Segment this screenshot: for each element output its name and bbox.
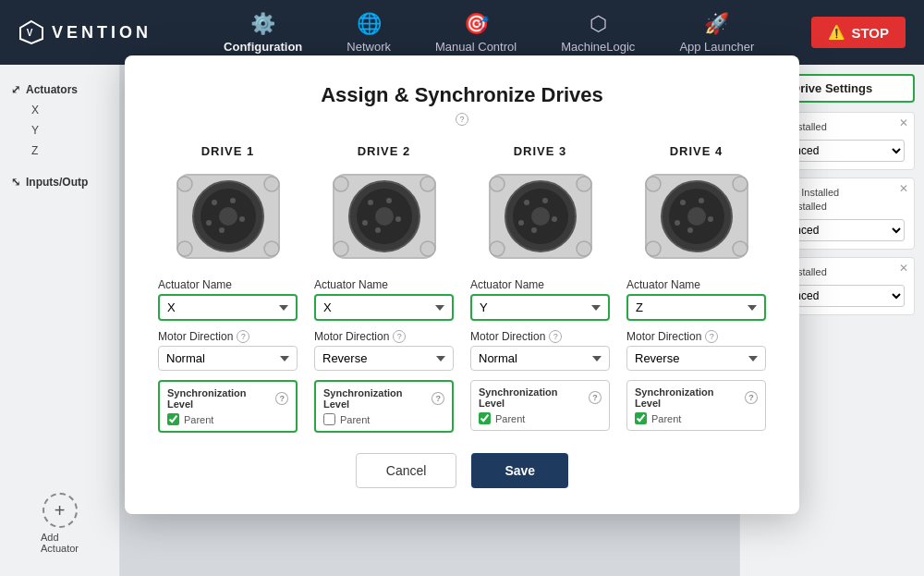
logic-icon: ⬡ [590, 12, 607, 36]
drive-4-motor-label: Motor Direction ? [626, 330, 718, 343]
svg-point-35 [577, 241, 591, 256]
drive-1-motor-select[interactable]: Normal Reverse [158, 346, 298, 371]
cancel-button[interactable]: Cancel [356, 453, 457, 488]
drive-2-sync-checkbox[interactable] [323, 413, 335, 425]
add-actuator-icon: + [43, 493, 78, 528]
drive-1-label: DRIVE 1 [158, 144, 298, 158]
modal-title: Assign & Synchronize Drives [158, 83, 766, 107]
drive-1-sync-parent-row: Parent [167, 413, 288, 425]
drive-1-motor-help[interactable]: ? [237, 330, 249, 343]
svg-point-34 [490, 241, 505, 256]
drive-1-motor-label: Motor Direction ? [158, 330, 249, 343]
drive-2-motor-image [324, 165, 444, 267]
drive-4-sync-parent-label: Parent [651, 413, 681, 424]
drive-4-sync-label: Synchronization Level ? [635, 386, 758, 409]
drive-1-motor-image [168, 165, 288, 267]
drive-3-label: DRIVE 3 [470, 144, 610, 158]
close-card-1-button[interactable]: ✕ [899, 116, 908, 129]
modal-help: ? [158, 111, 766, 126]
svg-point-31 [531, 207, 550, 226]
svg-point-40 [518, 220, 524, 226]
modal-actions: Cancel Save [158, 453, 766, 488]
drive-1-sync-checkbox[interactable] [167, 413, 179, 425]
drive-3-sync-help[interactable]: ? [589, 391, 602, 404]
drive-1-sync-box: Synchronization Level ? Parent [158, 380, 298, 433]
drive-col-2: DRIVE 2 Actuator Name X [314, 144, 454, 433]
drive-1-sync-help[interactable]: ? [275, 392, 288, 405]
drive-2-sync-help[interactable]: ? [432, 392, 444, 405]
drive-2-actuator-select[interactable]: X Y Z [314, 294, 454, 321]
svg-point-7 [264, 177, 279, 191]
svg-point-5 [219, 207, 237, 226]
add-actuator-label: AddActuator [41, 532, 79, 554]
save-button[interactable]: Save [471, 453, 568, 488]
actuators-icon: ⤢ [11, 83, 20, 96]
sidebar-item-x[interactable]: X [11, 100, 108, 120]
drive-3-motor-image [480, 165, 601, 267]
sidebar: ⤢ Actuators X Y Z ⤡ Inputs/Outp + AddAct… [0, 65, 120, 576]
drive-4-motor-image [637, 165, 757, 267]
modal-help-icon[interactable]: ? [456, 113, 468, 126]
nav-item-network[interactable]: 🌐 Network [324, 5, 413, 61]
drive-3-sync-parent-row: Parent [479, 412, 602, 424]
svg-point-6 [177, 177, 192, 191]
drive-2-sync-label: Synchronization Level ? [323, 387, 444, 410]
logo-icon: V [18, 19, 44, 45]
drives-row: DRIVE 1 Actuator Name X [158, 144, 766, 433]
sidebar-inputs-header[interactable]: ⤡ Inputs/Outp [11, 176, 108, 189]
svg-point-11 [230, 198, 236, 203]
drive-3-motor-select[interactable]: Normal Reverse [470, 346, 610, 371]
drive-4-sync-checkbox[interactable] [635, 412, 647, 424]
svg-point-38 [552, 216, 557, 222]
drive-4-label: DRIVE 4 [626, 144, 766, 158]
network-icon: 🌐 [357, 12, 382, 36]
add-actuator-button[interactable]: + AddActuator [0, 482, 119, 565]
sidebar-item-z[interactable]: Z [11, 141, 108, 161]
svg-point-23 [368, 200, 373, 205]
assign-synchronize-modal: Assign & Synchronize Drives ? DRIVE 1 [125, 55, 799, 514]
nav-item-configuration[interactable]: ⚙️ Configuration [201, 5, 324, 61]
svg-point-33 [577, 177, 591, 191]
nav-item-app-launcher[interactable]: 🚀 App Launcher [657, 5, 776, 61]
drive-2-motor-select[interactable]: Normal Reverse [314, 346, 454, 371]
nav-label-configuration: Configuration [224, 40, 302, 54]
drive-3-sync-box: Synchronization Level ? Parent [470, 380, 610, 431]
close-card-3-button[interactable]: ✕ [899, 262, 908, 275]
drive-col-1: DRIVE 1 Actuator Name X [158, 144, 298, 433]
launcher-icon: 🚀 [704, 12, 729, 36]
sidebar-item-y[interactable]: Y [11, 120, 108, 141]
nav-items: ⚙️ Configuration 🌐 Network 🎯 Manual Cont… [166, 5, 811, 61]
drive-4-actuator-select[interactable]: X Y Z [626, 294, 766, 321]
drive-1-sync-parent-label: Parent [184, 414, 213, 425]
drive-2-actuator-label: Actuator Name [314, 278, 388, 291]
nav-item-manual-control[interactable]: 🎯 Manual Control [413, 5, 539, 61]
svg-point-12 [239, 216, 245, 222]
drive-4-motor-help[interactable]: ? [705, 330, 718, 343]
drive-1-actuator-label: Actuator Name [158, 278, 232, 291]
drive-4-motor-select[interactable]: Normal Reverse [626, 346, 766, 371]
svg-point-44 [687, 207, 706, 226]
svg-point-53 [675, 220, 680, 226]
svg-point-20 [420, 177, 435, 191]
nav-item-machine-logic[interactable]: ⬡ MachineLogic [539, 5, 657, 61]
svg-point-50 [699, 198, 704, 203]
drive-2-motor-help[interactable]: ? [393, 330, 406, 343]
svg-point-49 [680, 200, 686, 205]
svg-text:V: V [27, 28, 37, 38]
nav-label-manual: Manual Control [435, 40, 517, 54]
drive-4-actuator-label: Actuator Name [626, 278, 700, 291]
drive-2-motor-label: Motor Direction ? [314, 330, 406, 343]
drive-3-motor-help[interactable]: ? [549, 330, 562, 343]
drive-2-sync-parent-row: Parent [323, 413, 444, 425]
drive-3-sync-label: Synchronization Level ? [479, 386, 602, 409]
drive-3-sync-checkbox[interactable] [479, 412, 491, 424]
svg-point-32 [490, 177, 505, 191]
drive-4-sync-help[interactable]: ? [745, 391, 758, 404]
sidebar-actuators-section: ⤢ Actuators X Y Z [0, 76, 119, 168]
svg-point-18 [375, 207, 394, 226]
drive-1-actuator-select[interactable]: X Y Z [158, 294, 298, 321]
drive-3-motor-label: Motor Direction ? [470, 330, 562, 343]
close-card-2-button[interactable]: ✕ [899, 182, 908, 195]
stop-button[interactable]: ⚠️ STOP [811, 17, 906, 48]
drive-3-actuator-select[interactable]: X Y Z [470, 294, 610, 321]
